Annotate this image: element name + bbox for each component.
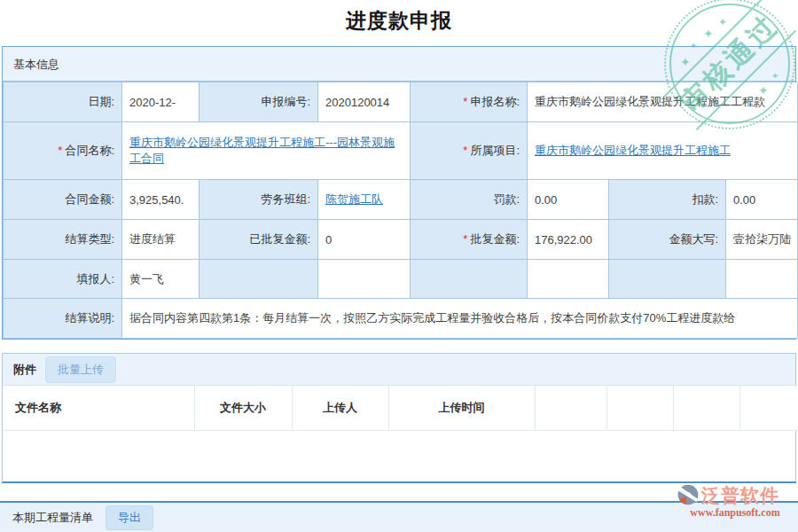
empty-value-cell xyxy=(726,260,798,299)
attachments-title: 附件 xyxy=(13,362,36,378)
approved-done-value: 0 xyxy=(318,220,411,260)
empty-value-cell xyxy=(318,260,411,299)
attachments-table: 文件名称 文件大小 上传人 上传时间 xyxy=(3,386,797,431)
required-marker: * xyxy=(463,144,467,157)
col-empty xyxy=(606,386,673,430)
settle-note-label: 结算说明: xyxy=(4,299,122,339)
basic-info-panel: 基本信息 日期: 2020-12- 申报编号: 2020120014 *申报名称… xyxy=(2,46,796,340)
table-row: 结算说明: 据合同内容第四款第1条：每月结算一次，按照乙方实际完成工程量并验收合… xyxy=(4,299,798,339)
filler-value: 黄一飞 xyxy=(122,260,200,299)
col-empty xyxy=(673,386,739,430)
attachments-header-row: 文件名称 文件大小 上传人 上传时间 xyxy=(3,386,797,430)
fanpu-brand-text: 泛普软件 xyxy=(701,486,779,505)
approved-amount-value: 176,922.00 xyxy=(528,220,609,260)
declare-no-value: 2020120014 xyxy=(318,82,411,122)
amount-words-label: 金额大写: xyxy=(609,220,726,260)
deduction-label: 扣款: xyxy=(609,180,726,220)
col-empty xyxy=(739,386,797,430)
required-marker: * xyxy=(58,144,62,157)
empty-label-cell xyxy=(200,260,318,299)
declare-name-label: *申报名称: xyxy=(411,82,528,122)
table-row: 结算类型: 进度结算 已批复金额: 0 *批复金额: 176,922.00 金额… xyxy=(4,220,798,260)
project-label: *所属项目: xyxy=(411,122,528,180)
basic-info-title: 基本信息 xyxy=(13,58,59,71)
labor-team-label: 劳务班组: xyxy=(200,180,318,220)
required-marker: * xyxy=(463,95,467,108)
deduction-value: 0.00 xyxy=(726,180,798,220)
col-file-size: 文件大小 xyxy=(194,386,292,430)
penalty-value: 0.00 xyxy=(528,180,609,220)
settle-note-value: 据合同内容第四款第1条：每月结算一次，按照乙方实际完成工程量并验收合格后，按本合… xyxy=(122,299,798,339)
penalty-label: 罚款: xyxy=(411,180,528,220)
attachments-header: 附件 批量上传 xyxy=(3,354,795,386)
labor-team-link[interactable]: 陈贺施工队 xyxy=(325,192,383,206)
settle-type-value: 进度结算 xyxy=(122,220,200,260)
col-uploader: 上传人 xyxy=(292,386,388,430)
approved-amount-label: *批复金额: xyxy=(411,220,528,260)
table-row: *合同名称: 重庆市鹅岭公园绿化景观提升工程施工---园林景观施工合同 *所属项… xyxy=(4,122,798,180)
col-empty xyxy=(535,386,606,430)
empty-label-cell xyxy=(411,260,528,299)
amount-words-value: 壹拾柒万陆 xyxy=(726,220,798,260)
quantity-list-title: 本期工程量清单 xyxy=(12,510,93,526)
fanpu-url-text: www.fanpusoft.com xyxy=(677,507,794,518)
approved-done-label: 已批复金额: xyxy=(200,220,318,260)
labor-team-value: 陈贺施工队 xyxy=(318,180,411,220)
required-marker: * xyxy=(463,232,467,246)
col-file-name: 文件名称 xyxy=(3,386,194,430)
empty-label-cell xyxy=(609,260,726,299)
table-row: 填报人: 黄一飞 xyxy=(4,260,798,299)
declare-no-label: 申报编号: xyxy=(200,82,318,122)
date-label: 日期: xyxy=(4,82,122,122)
page-title: 进度款申报 xyxy=(0,7,798,35)
project-value: 重庆市鹅岭公园绿化景观提升工程施工 xyxy=(528,122,798,180)
export-button[interactable]: 导出 xyxy=(106,505,153,530)
table-row: 日期: 2020-12- 申报编号: 2020120014 *申报名称: 重庆市… xyxy=(4,82,798,122)
basic-info-header: 基本信息 xyxy=(3,47,795,82)
basic-info-table: 日期: 2020-12- 申报编号: 2020120014 *申报名称: 重庆市… xyxy=(3,82,798,339)
contract-name-link[interactable]: 重庆市鹅岭公园绿化景观提升工程施工---园林景观施工合同 xyxy=(129,136,395,165)
contract-amount-label: 合同金额: xyxy=(4,180,122,220)
fanpu-logo-icon xyxy=(677,483,700,506)
project-link[interactable]: 重庆市鹅岭公园绿化景观提升工程施工 xyxy=(535,144,731,157)
col-upload-time: 上传时间 xyxy=(388,386,535,430)
settle-type-label: 结算类型: xyxy=(4,220,122,260)
attachments-panel: 附件 批量上传 文件名称 文件大小 上传人 上传时间 xyxy=(2,353,796,483)
declare-name-value: 重庆市鹅岭公园绿化景观提升工程施工工程款 xyxy=(528,82,798,122)
fanpu-watermark: 泛普软件 www.fanpusoft.com xyxy=(677,483,794,518)
empty-value-cell xyxy=(528,260,609,299)
filler-label: 填报人: xyxy=(4,260,122,299)
table-row: 合同金额: 3,925,540. 劳务班组: 陈贺施工队 罚款: 0.00 扣款… xyxy=(4,180,798,220)
contract-name-label: *合同名称: xyxy=(4,122,122,180)
date-value: 2020-12- xyxy=(122,82,200,122)
contract-name-value: 重庆市鹅岭公园绿化景观提升工程施工---园林景观施工合同 xyxy=(122,122,411,180)
batch-upload-button[interactable]: 批量上传 xyxy=(45,356,116,383)
contract-amount-value: 3,925,540. xyxy=(122,180,200,220)
